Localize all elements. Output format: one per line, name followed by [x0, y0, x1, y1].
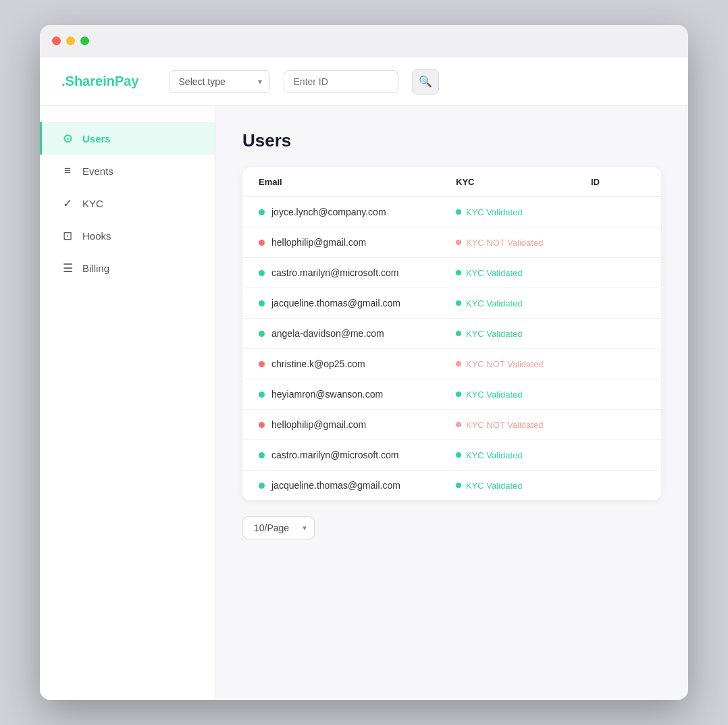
table-body: joyce.lynch@company.com KYC Validated he… — [242, 197, 661, 500]
email-value: christine.k@op25.com — [271, 358, 365, 369]
kyc-cell: KYC NOT Validated — [456, 420, 591, 430]
minimize-dot[interactable] — [66, 36, 75, 45]
email-cell: castro.marilyn@microsoft.com — [259, 450, 456, 460]
sidebar-item-kyc[interactable]: ✓ KYC — [40, 187, 215, 219]
table-row[interactable]: christine.k@op25.com KYC NOT Validated — [242, 349, 661, 379]
status-dot — [259, 240, 265, 246]
kyc-value: KYC Validated — [466, 481, 523, 491]
logo-suffix: Pay — [115, 74, 139, 88]
table-header: Email KYC ID — [242, 167, 661, 197]
kyc-dot — [456, 209, 461, 215]
hooks-icon: ⊡ — [61, 229, 74, 242]
sidebar-label-users: Users — [82, 133, 111, 144]
type-select-wrapper: Select type Email ID ▾ — [169, 70, 270, 93]
sidebar-label-kyc: KYC — [82, 198, 103, 209]
email-cell: hellophilip@gmail.com — [259, 237, 456, 248]
kyc-value: KYC Validated — [466, 390, 523, 400]
kyc-value: KYC NOT Validated — [466, 238, 543, 248]
table-row[interactable]: heyiamron@swanson.com KYC Validated — [242, 379, 661, 410]
email-cell: joyce.lynch@company.com — [259, 207, 456, 217]
col-kyc: KYC — [456, 177, 591, 187]
sidebar-item-billing[interactable]: ☰ Billing — [40, 252, 215, 284]
email-cell: castro.marilyn@microsoft.com — [259, 267, 456, 278]
content-area: Users Email KYC ID joyce.lynch@company.c… — [215, 106, 688, 700]
email-cell: jacqueline.thomas@gmail.com — [259, 480, 456, 491]
kyc-dot — [456, 422, 461, 427]
kyc-dot — [456, 392, 461, 397]
kyc-value: KYC Validated — [466, 207, 523, 217]
events-icon: ≡ — [61, 164, 74, 178]
kyc-cell: KYC NOT Validated — [456, 238, 591, 248]
table-row[interactable]: joyce.lynch@company.com KYC Validated — [242, 197, 661, 227]
email-value: jacqueline.thomas@gmail.com — [271, 298, 400, 308]
kyc-icon: ✓ — [61, 196, 74, 210]
table-row[interactable]: angela-davidson@me.com KYC Validated — [242, 319, 661, 349]
billing-icon: ☰ — [61, 261, 74, 275]
close-dot[interactable] — [52, 36, 61, 45]
table-row[interactable]: jacqueline.thomas@gmail.com KYC Validate… — [242, 288, 661, 319]
status-dot — [259, 361, 265, 367]
status-dot — [259, 422, 265, 428]
status-dot — [259, 209, 265, 215]
kyc-dot — [456, 270, 461, 275]
table-row[interactable]: castro.marilyn@microsoft.com KYC Validat… — [242, 440, 661, 471]
email-cell: jacqueline.thomas@gmail.com — [259, 298, 456, 308]
col-email: Email — [259, 177, 456, 187]
maximize-dot[interactable] — [80, 36, 89, 45]
page-size-wrapper: 10/Page 20/Page 50/Page ▾ — [242, 516, 315, 539]
kyc-cell: KYC NOT Validated — [456, 359, 591, 369]
sidebar-item-users[interactable]: ⊙ Users — [40, 122, 215, 155]
sidebar-label-hooks: Hooks — [82, 230, 111, 242]
email-cell: heyiamron@swanson.com — [259, 389, 456, 400]
users-table: Email KYC ID joyce.lynch@company.com KYC… — [242, 167, 661, 500]
email-cell: hellophilip@gmail.com — [259, 419, 456, 430]
email-value: hellophilip@gmail.com — [271, 419, 366, 430]
email-value: joyce.lynch@company.com — [271, 207, 386, 217]
user-icon: ⊙ — [61, 132, 74, 145]
kyc-cell: KYC Validated — [456, 450, 591, 460]
kyc-value: KYC NOT Validated — [466, 359, 543, 369]
kyc-cell: KYC Validated — [456, 207, 591, 217]
kyc-cell: KYC Validated — [456, 390, 591, 400]
kyc-dot — [456, 483, 461, 488]
email-cell: christine.k@op25.com — [259, 358, 456, 369]
email-value: angela-davidson@me.com — [271, 328, 384, 339]
sidebar-label-events: Events — [82, 165, 113, 177]
search-button[interactable]: 🔍 — [412, 69, 439, 95]
status-dot — [259, 270, 265, 276]
table-row[interactable]: castro.marilyn@microsoft.com KYC Validat… — [242, 258, 661, 288]
kyc-dot — [456, 240, 461, 245]
kyc-value: KYC Validated — [466, 268, 523, 278]
kyc-cell: KYC Validated — [456, 268, 591, 278]
table-row[interactable]: hellophilip@gmail.com KYC NOT Validated — [242, 410, 661, 440]
table-row[interactable]: hellophilip@gmail.com KYC NOT Validated — [242, 227, 661, 258]
email-value: heyiamron@swanson.com — [271, 389, 383, 400]
col-id: ID — [591, 177, 645, 187]
email-value: castro.marilyn@microsoft.com — [271, 267, 398, 278]
sidebar: ⊙ Users ≡ Events ✓ KYC ⊡ Hooks ☰ Billing — [40, 106, 215, 700]
table-row[interactable]: jacqueline.thomas@gmail.com KYC Validate… — [242, 471, 661, 500]
status-dot — [259, 300, 265, 306]
email-value: castro.marilyn@microsoft.com — [271, 450, 398, 460]
sidebar-item-events[interactable]: ≡ Events — [40, 155, 215, 187]
kyc-dot — [456, 452, 461, 458]
sidebar-label-billing: Billing — [82, 263, 109, 274]
app-window: .ShareinPay Select type Email ID ▾ 🔍 ⊙ U… — [40, 25, 688, 700]
sidebar-item-hooks[interactable]: ⊡ Hooks — [40, 219, 215, 252]
page-size-select[interactable]: 10/Page 20/Page 50/Page — [242, 516, 315, 539]
kyc-value: KYC Validated — [466, 298, 523, 308]
status-dot — [259, 452, 265, 458]
kyc-value: KYC Validated — [466, 329, 523, 339]
main-content: ⊙ Users ≡ Events ✓ KYC ⊡ Hooks ☰ Billing… — [40, 106, 688, 700]
type-select[interactable]: Select type Email ID — [169, 70, 270, 93]
status-dot — [259, 483, 265, 489]
email-value: jacqueline.thomas@gmail.com — [271, 480, 400, 491]
kyc-cell: KYC Validated — [456, 329, 591, 339]
pagination: 10/Page 20/Page 50/Page ▾ — [242, 516, 661, 539]
titlebar — [40, 25, 688, 57]
header: .ShareinPay Select type Email ID ▾ 🔍 — [40, 57, 688, 106]
status-dot — [259, 331, 265, 337]
id-input[interactable] — [284, 70, 398, 93]
kyc-dot — [456, 300, 461, 306]
email-cell: angela-davidson@me.com — [259, 328, 456, 339]
